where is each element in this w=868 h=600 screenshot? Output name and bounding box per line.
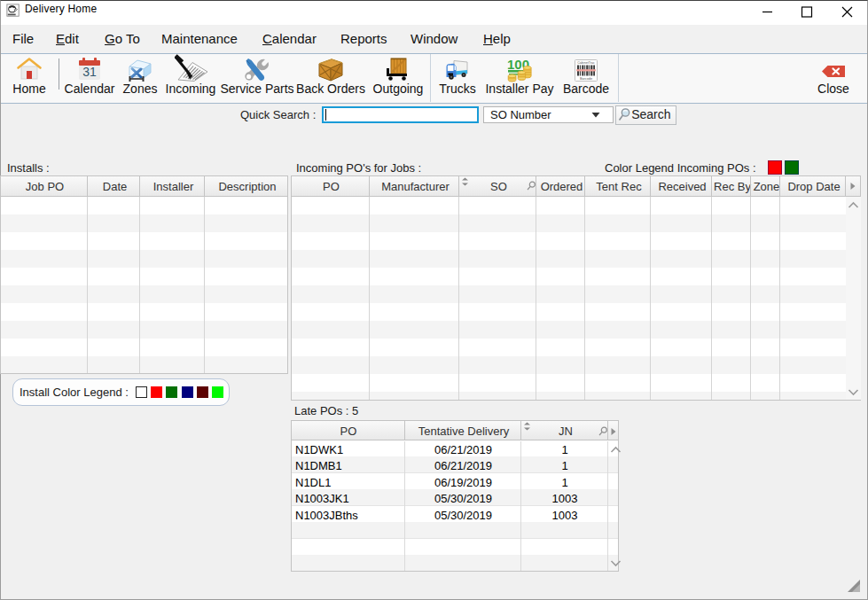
svg-text:CabinetTrac: CabinetTrac bbox=[577, 61, 595, 65]
svg-text:Barcode: Barcode bbox=[580, 77, 592, 81]
svg-text:31: 31 bbox=[82, 65, 97, 79]
